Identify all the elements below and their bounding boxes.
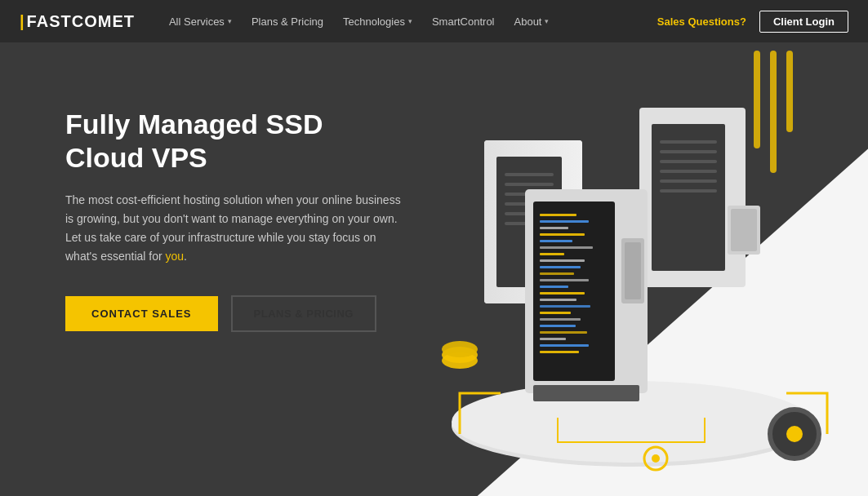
svg-point-55 — [786, 426, 803, 442]
svg-rect-2 — [786, 51, 793, 132]
svg-rect-47 — [540, 331, 587, 334]
nav-links: All Services ▾ Plans & Pricing Technolog… — [161, 11, 657, 33]
svg-rect-38 — [540, 272, 574, 275]
svg-rect-42 — [540, 299, 576, 301]
logo-text: FASTCOMET — [27, 12, 135, 30]
nav-smartcontrol[interactable]: SmartControl — [424, 11, 503, 33]
svg-rect-20 — [660, 150, 717, 153]
nav-right: Sales Questions? Client Login — [657, 11, 848, 33]
hero-content: Fully Managed SSD Cloud VPS The most cos… — [0, 42, 441, 365]
client-login-button[interactable]: Client Login — [759, 11, 848, 33]
server-front-main — [525, 189, 648, 401]
svg-rect-24 — [660, 189, 717, 193]
svg-rect-44 — [540, 312, 571, 314]
svg-rect-18 — [652, 124, 725, 271]
svg-rect-26 — [731, 209, 757, 251]
chevron-down-icon: ▾ — [545, 17, 549, 25]
svg-rect-22 — [660, 170, 717, 173]
svg-rect-53 — [533, 385, 639, 401]
svg-rect-34 — [540, 246, 593, 249]
svg-rect-29 — [540, 214, 576, 216]
server-svg — [394, 42, 852, 475]
hero-title: Fully Managed SSD Cloud VPS — [65, 108, 408, 175]
svg-rect-43 — [540, 305, 590, 308]
chevron-down-icon: ▾ — [228, 17, 232, 25]
plans-pricing-button[interactable]: PLANS & PRICING — [231, 295, 376, 332]
svg-point-5 — [442, 341, 478, 357]
nav-about[interactable]: About ▾ — [506, 11, 558, 33]
sales-questions-link[interactable]: Sales Questions? — [657, 16, 746, 28]
svg-point-57 — [652, 454, 660, 463]
server-back-right — [639, 108, 760, 287]
svg-rect-0 — [754, 51, 760, 148]
svg-rect-48 — [540, 338, 566, 340]
hero-description: The most cost-efficient hosting solution… — [65, 191, 408, 266]
nav-plans-pricing[interactable]: Plans & Pricing — [243, 11, 332, 33]
svg-rect-1 — [770, 51, 777, 173]
logo[interactable]: |FASTCOMET — [20, 12, 135, 31]
contact-sales-button[interactable]: CONTACT SALES — [65, 296, 218, 331]
server-illustration — [394, 42, 868, 496]
svg-rect-21 — [660, 160, 717, 163]
svg-rect-32 — [540, 233, 585, 236]
svg-rect-35 — [540, 253, 564, 255]
hero-buttons: CONTACT SALES PLANS & PRICING — [65, 295, 408, 332]
hero-highlight: you — [166, 250, 185, 263]
nav-technologies[interactable]: Technologies ▾ — [335, 11, 421, 33]
svg-rect-12 — [505, 183, 554, 186]
svg-rect-19 — [660, 140, 717, 144]
svg-rect-33 — [540, 240, 572, 242]
svg-rect-31 — [540, 227, 568, 229]
logo-bar-icon: | — [20, 12, 25, 30]
svg-rect-45 — [540, 318, 581, 321]
nav-all-services[interactable]: All Services ▾ — [161, 11, 240, 33]
chevron-down-icon: ▾ — [408, 17, 412, 25]
svg-rect-46 — [540, 325, 576, 327]
svg-rect-37 — [540, 266, 581, 268]
svg-rect-23 — [660, 179, 717, 183]
navbar: |FASTCOMET All Services ▾ Plans & Pricin… — [0, 0, 868, 42]
svg-rect-50 — [540, 351, 579, 353]
gold-decorative-lines — [754, 51, 793, 173]
svg-rect-49 — [540, 344, 589, 347]
svg-rect-40 — [540, 286, 568, 288]
svg-rect-30 — [540, 220, 589, 223]
svg-rect-39 — [540, 279, 589, 281]
svg-rect-36 — [540, 259, 585, 262]
svg-rect-41 — [540, 292, 585, 294]
svg-rect-11 — [505, 173, 554, 176]
svg-rect-52 — [625, 242, 641, 299]
